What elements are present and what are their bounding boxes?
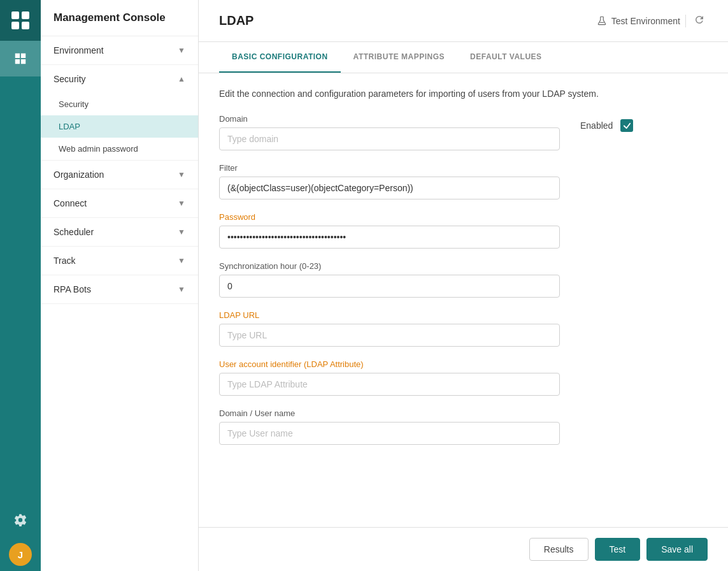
enabled-checkbox[interactable]	[620, 119, 633, 132]
page-title: LDAP	[219, 13, 253, 28]
test-button[interactable]: Test	[595, 538, 641, 561]
sidebar-group-label: Environment	[54, 45, 104, 55]
checkmark-icon	[623, 122, 631, 130]
sidebar-group-label: Scheduler	[54, 227, 94, 237]
password-input[interactable]	[219, 226, 560, 249]
form-right-col: Enabled	[580, 114, 708, 458]
sidebar-title: Management Console	[41, 0, 198, 36]
form-left-col: DomainFilterPasswordSynchronization hour…	[219, 114, 560, 458]
field-label-filter-input: Filter	[219, 163, 560, 173]
svg-rect-2	[11, 22, 19, 29]
chevron-icon: ▼	[178, 46, 185, 55]
field-label-sync-hour-input: Synchronization hour (0-23)	[219, 261, 560, 271]
sidebar-item-web-admin-password[interactable]: Web admin password	[41, 138, 198, 160]
sidebar-group-header-security[interactable]: Security▲	[41, 65, 198, 93]
sidebar-group-scheduler: Scheduler▼	[41, 218, 198, 247]
chevron-icon: ▼	[178, 170, 185, 179]
ldap-url-input[interactable]	[219, 324, 560, 347]
sidebar-group-header-organization[interactable]: Organization▼	[41, 161, 198, 189]
field-group-user-account-id-input: User account identifier (LDAP Attribute)	[219, 359, 560, 396]
test-environment-button[interactable]: Test Environment	[596, 15, 680, 27]
results-button[interactable]: Results	[529, 538, 589, 561]
user-account-id-input[interactable]	[219, 373, 560, 396]
sidebar-group-environment: Environment▼	[41, 36, 198, 65]
icon-bar: J	[0, 0, 41, 571]
gear-icon	[13, 513, 27, 527]
field-group-filter-input: Filter	[219, 163, 560, 199]
test-env-label: Test Environment	[611, 16, 680, 26]
sidebar-group-track: Track▼	[41, 247, 198, 275]
field-group-ldap-url-input: LDAP URL	[219, 310, 560, 347]
svg-rect-0	[11, 11, 19, 19]
dashboard-icon	[13, 52, 27, 66]
sidebar-group-label: Connect	[54, 198, 87, 208]
icon-bar-bottom: J	[0, 502, 41, 571]
sidebar-group-security: Security▲SecurityLDAPWeb admin password	[41, 65, 198, 161]
chevron-icon: ▼	[178, 285, 185, 294]
username-input[interactable]	[219, 422, 560, 445]
field-group-password-input: Password	[219, 212, 560, 249]
enabled-label: Enabled	[580, 120, 613, 131]
app-logo	[0, 0, 41, 41]
sidebar-group-header-connect[interactable]: Connect▼	[41, 189, 198, 217]
field-label-domain-input: Domain	[219, 114, 560, 124]
domain-input[interactable]	[219, 127, 560, 150]
main-header: LDAP Test Environment	[199, 0, 728, 42]
tab-default-values[interactable]: DEFAULT VALUES	[457, 42, 555, 73]
enabled-row: Enabled	[580, 119, 708, 132]
refresh-button[interactable]	[691, 13, 708, 29]
header-actions: Test Environment	[596, 13, 708, 29]
sidebar-group-header-rpa-bots[interactable]: RPA Bots▼	[41, 275, 198, 303]
flask-icon	[596, 15, 608, 27]
sidebar-group-rpa-bots: RPA Bots▼	[41, 275, 198, 304]
user-avatar[interactable]: J	[9, 543, 32, 566]
sidebar-group-connect: Connect▼	[41, 189, 198, 218]
filter-input[interactable]	[219, 177, 560, 199]
sidebar-item-ldap[interactable]: LDAP	[41, 115, 198, 138]
sidebar-group-label: RPA Bots	[54, 284, 91, 294]
save-all-button[interactable]: Save all	[646, 538, 708, 561]
form-description: Edit the connection and configuration pa…	[219, 89, 708, 99]
field-label-password-input: Password	[219, 212, 560, 222]
svg-rect-1	[22, 11, 29, 19]
svg-rect-3	[22, 22, 29, 29]
field-group-username-input: Domain / User name	[219, 408, 560, 445]
sidebar-group-header-track[interactable]: Track▼	[41, 247, 198, 275]
sidebar-group-header-environment[interactable]: Environment▼	[41, 36, 198, 64]
tab-attribute-mappings[interactable]: ATTRIBUTE MAPPINGS	[341, 42, 457, 73]
form-main-row: DomainFilterPasswordSynchronization hour…	[219, 114, 708, 458]
field-group-domain-input: Domain	[219, 114, 560, 150]
sidebar-item-security[interactable]: Security	[41, 93, 198, 115]
sidebar-group-header-scheduler[interactable]: Scheduler▼	[41, 218, 198, 246]
tabs-bar: BASIC CONFIGURATIONATTRIBUTE MAPPINGSDEF…	[199, 42, 728, 73]
sidebar: Management Console Environment▼Security▲…	[41, 0, 199, 571]
chevron-icon: ▼	[178, 228, 185, 236]
header-divider	[685, 15, 686, 27]
field-label-ldap-url-input: LDAP URL	[219, 310, 560, 320]
logo-icon	[10, 10, 31, 31]
chevron-icon: ▲	[178, 75, 185, 83]
tab-basic-configuration[interactable]: BASIC CONFIGURATION	[219, 42, 341, 73]
nav-icon-settings[interactable]	[0, 502, 41, 538]
sync-hour-input[interactable]	[219, 275, 560, 298]
nav-icon-dashboard[interactable]	[0, 41, 41, 76]
form-footer: Results Test Save all	[199, 527, 728, 571]
sidebar-group-label: Security	[54, 74, 86, 84]
refresh-icon	[694, 14, 705, 25]
chevron-icon: ▼	[178, 199, 185, 208]
sidebar-group-label: Track	[54, 256, 75, 266]
main-content: LDAP Test Environment BASIC CONFIGURATIO…	[199, 0, 728, 571]
sidebar-group-label: Organization	[54, 170, 104, 180]
field-label-username-input: Domain / User name	[219, 408, 560, 418]
chevron-icon: ▼	[178, 256, 185, 265]
field-group-sync-hour-input: Synchronization hour (0-23)	[219, 261, 560, 298]
sidebar-group-organization: Organization▼	[41, 161, 198, 189]
form-area: Edit the connection and configuration pa…	[199, 73, 728, 527]
field-label-user-account-id-input: User account identifier (LDAP Attribute)	[219, 359, 560, 369]
